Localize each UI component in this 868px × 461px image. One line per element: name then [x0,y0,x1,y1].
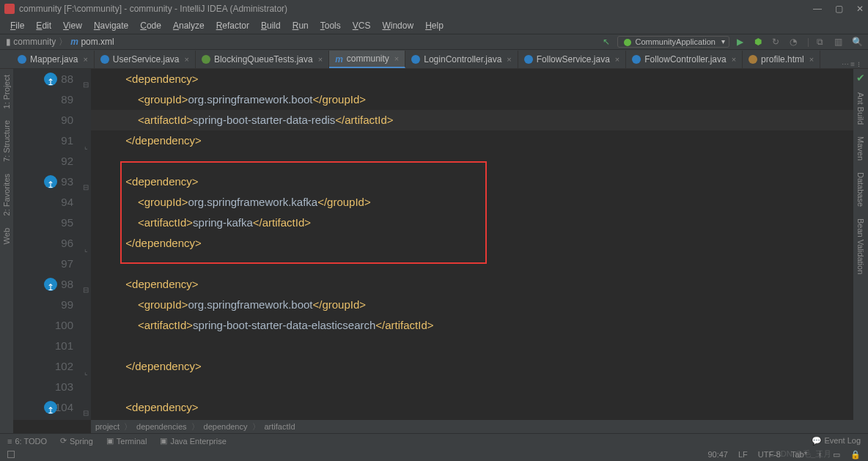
bottom-tool-6-todo[interactable]: ≡6: TODO [7,437,47,446]
fold-bar[interactable]: ⊟⊟⊟⊟⌞⌞⌞ [81,69,91,420]
caret-position[interactable]: 90:47 [707,450,728,460]
code-line[interactable]: <dependency> [91,397,853,418]
code-line[interactable]: <groupId>org.springframework.boot</group… [91,295,853,315]
bottom-tool-java-enterprise[interactable]: ▣Java Enterprise [160,436,226,446]
menu-window[interactable]: Window [376,21,419,31]
code-line[interactable]: <dependency> [91,274,853,295]
tool-ant-build[interactable]: Ant Build [856,86,865,130]
bottom-tool-spring[interactable]: ⟳Spring [60,436,93,446]
tool-database[interactable]: Database [856,166,865,213]
menu-code[interactable]: Code [134,21,167,31]
menu-file[interactable]: File [4,21,30,31]
project-breadcrumb[interactable]: ▮ community 〉 m pom.xml [6,36,114,48]
menu-navigate[interactable]: Navigate [88,21,134,31]
code-breadcrumb[interactable]: project〉dependencies〉dependency〉artifact… [91,420,853,433]
minimize-button[interactable]: — [813,4,822,14]
tab-blockingqueuetests-java[interactable]: BlockingQueueTests.java× [196,51,329,68]
editor[interactable]: 888990919293949596979899100101102103104 … [13,69,853,433]
event-log-button[interactable]: 💬 Event Log [812,436,861,446]
tab-profile-html[interactable]: profile.html× [743,51,820,68]
menu-tools[interactable]: Tools [315,21,347,31]
line-number[interactable]: 101 [13,336,73,356]
debug-button[interactable]: ⬢ [754,37,765,47]
tab-followservice-java[interactable]: FollowService.java× [518,51,626,68]
tab-logincontroller-java[interactable]: LoginController.java× [405,51,518,68]
line-number[interactable]: 99 [13,295,73,315]
code-line[interactable]: </dependency> [91,356,853,377]
layout-button[interactable]: ⧉ [817,37,827,47]
profile-button[interactable]: ◔ [790,37,800,47]
line-number[interactable]: 91 [13,130,73,151]
code-line[interactable]: </dependency> [91,130,853,151]
menu-analyze[interactable]: Analyze [167,21,210,31]
tool-1-project[interactable]: 1: Project [2,69,11,114]
layout2-button[interactable]: ▥ [834,37,845,47]
tab-community[interactable]: mcommunity× [329,51,405,68]
tab-mapper-java[interactable]: Mapper.java× [12,51,95,68]
tool-maven[interactable]: Maven [856,130,865,166]
line-number[interactable]: 94 [13,192,73,213]
close-icon[interactable]: × [507,55,511,64]
close-icon[interactable]: × [615,55,619,64]
close-icon[interactable]: × [732,55,736,64]
line-number[interactable]: 104 [13,397,73,418]
code-line[interactable] [91,254,853,274]
line-separator[interactable]: LF [738,450,748,460]
fold-start-icon[interactable]: ⊟ [82,280,89,300]
line-number[interactable]: 97 [13,254,73,274]
menu-view[interactable]: View [57,21,88,31]
close-icon[interactable]: × [185,55,189,64]
memory-indicator[interactable]: ▭ [833,450,840,460]
code-line[interactable] [91,336,853,356]
tool-web[interactable]: Web [2,222,11,250]
code-area[interactable]: <dependency> <groupId>org.springframewor… [91,69,853,420]
inspection-ok-icon[interactable]: ✔ [856,69,865,86]
code-line[interactable]: <groupId>org.springframework.kafka</grou… [91,192,853,213]
menu-run[interactable]: Run [287,21,315,31]
tab-followcontroller-java[interactable]: FollowController.java× [626,51,743,68]
run-with-coverage-button[interactable]: ↻ [772,37,782,47]
fold-end-icon[interactable]: ⌞ [82,239,89,259]
line-number[interactable]: 103 [13,377,73,397]
line-number[interactable]: 102 [13,356,73,377]
fold-start-icon[interactable]: ⊟ [82,177,89,198]
code-line[interactable] [91,151,853,172]
close-icon[interactable]: × [318,55,323,64]
line-number[interactable]: 96 [13,233,73,254]
close-icon[interactable]: × [394,54,399,63]
line-number[interactable]: 89 [13,89,73,110]
editor-gutter[interactable]: 888990919293949596979899100101102103104 [13,69,81,420]
tool-2-favorites[interactable]: 2: Favorites [2,168,11,221]
line-number[interactable]: 92 [13,151,73,172]
line-number[interactable]: 93 [13,172,73,192]
code-line[interactable] [91,377,853,397]
line-number[interactable]: 90 [13,110,73,130]
code-line[interactable]: <dependency> [91,172,853,192]
lock-icon[interactable]: 🔒 [850,450,861,460]
line-number[interactable]: 88 [13,69,73,89]
close-button[interactable]: ✕ [856,4,864,14]
fold-start-icon[interactable]: ⊟ [82,75,89,95]
back-button[interactable]: ↖ [603,37,610,47]
fold-end-icon[interactable]: ⌞ [82,136,89,157]
code-line[interactable]: <groupId>org.springframework.boot</group… [91,89,853,110]
line-number[interactable]: 98 [13,274,73,295]
maximize-button[interactable]: ▢ [835,4,843,14]
code-line[interactable]: <dependency> [91,69,853,89]
tool-7-structure[interactable]: 7: Structure [2,114,11,168]
fold-start-icon[interactable]: ⊟ [82,403,89,424]
menu-refactor[interactable]: Refactor [210,21,255,31]
line-number[interactable]: 100 [13,315,73,336]
close-icon[interactable]: × [83,55,87,64]
code-line[interactable]: <artifactId>spring-kafka</artifactId> [91,213,853,233]
menu-help[interactable]: Help [419,21,449,31]
code-line[interactable]: </dependency> [91,233,853,254]
menu-build[interactable]: Build [255,21,287,31]
menu-vcs[interactable]: VCS [347,21,377,31]
tabs-more[interactable]: ⋯ ≡ ⫶ [834,60,868,68]
code-line[interactable]: <artifactId>spring-boot-starter-data-red… [91,110,853,130]
tab-userservice-java[interactable]: UserService.java× [95,51,196,68]
search-everywhere-button[interactable]: 🔍 [852,37,862,47]
run-button[interactable]: ▶ [737,37,747,47]
status-icon[interactable] [7,451,15,458]
